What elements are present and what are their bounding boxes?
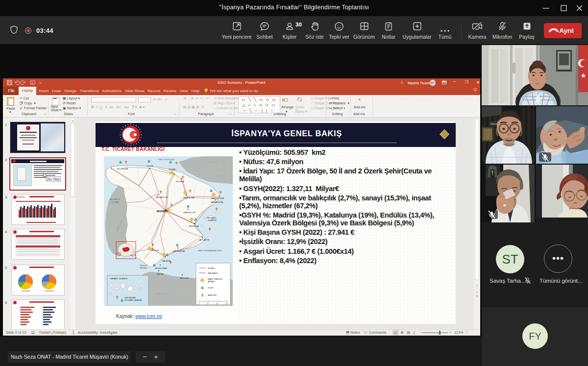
svg-text:ALGECIRAS: ALGECIRAS — [155, 267, 167, 269]
svg-text:A CORUÑA: A CORUÑA — [117, 168, 128, 170]
svg-text:100: 100 — [216, 303, 219, 305]
svg-text:Gibraltar: Gibraltar — [140, 267, 147, 269]
svg-text:CEUTA: CEUTA — [156, 273, 163, 275]
svg-text:PORT: PORT — [208, 287, 214, 289]
svg-text:AIRPORT: AIRPORT — [208, 294, 217, 296]
svg-text:0: 0 — [198, 303, 199, 305]
svg-text:150: 150 — [225, 303, 228, 305]
svg-text:AREAS: AREAS — [208, 280, 215, 283]
svg-text:MALAGA: MALAGA — [162, 260, 171, 262]
svg-text:ZARAGOZA: ZARAGOZA — [183, 196, 194, 199]
svg-text:MADRID: MADRID — [157, 210, 168, 213]
svg-text:ROADS: ROADS — [208, 267, 215, 269]
svg-text:MOROCCO: MOROCCO — [157, 293, 169, 295]
svg-text:ATLANTIC: ATLANTIC — [110, 198, 121, 200]
svg-text:CASTELLON: CASTELLON — [183, 211, 196, 214]
svg-text:ISLANDS: ISLANDS — [208, 219, 216, 221]
svg-text:SEVILLE: SEVILLE — [151, 249, 159, 251]
svg-text:VITORIA: VITORIA — [176, 180, 184, 183]
svg-text:ALICANTE: ALICANTE — [199, 239, 210, 241]
svg-text:ANDORRA: ANDORRA — [216, 175, 225, 177]
svg-text:BAY OF BISCAY: BAY OF BISCAY — [159, 158, 175, 161]
svg-text:MELILLA: MELILLA — [180, 277, 188, 279]
svg-text:RAILWAYS: RAILWAYS — [208, 272, 218, 274]
svg-text:BILBAO: BILBAO — [169, 168, 176, 171]
svg-text:GIJON: GIJON — [147, 165, 153, 167]
svg-text:CARTAGENA: CARTAGENA — [172, 250, 185, 252]
svg-text:CANARY ISLANDS: CANARY ISLANDS — [110, 277, 128, 280]
svg-text:FRANCE: FRANCE — [208, 161, 218, 164]
svg-text:VALLADOLID: VALLADOLID — [155, 196, 168, 198]
svg-text:DE GRAN CANARIA: DE GRAN CANARIA — [124, 299, 142, 301]
svg-text:50: 50 — [207, 303, 209, 305]
svg-text:BARCELONA: BARCELONA — [211, 197, 224, 199]
svg-text:VALENCIA: VALENCIA — [189, 225, 199, 227]
svg-text:MEDITERRANEAN SEA: MEDITERRANEAN SEA — [198, 249, 221, 252]
svg-text:TARRAGONA: TARRAGONA — [210, 201, 223, 203]
svg-text:OCEAN: OCEAN — [111, 201, 119, 203]
svg-text:LAS PALMAS: LAS PALMAS — [124, 297, 136, 299]
